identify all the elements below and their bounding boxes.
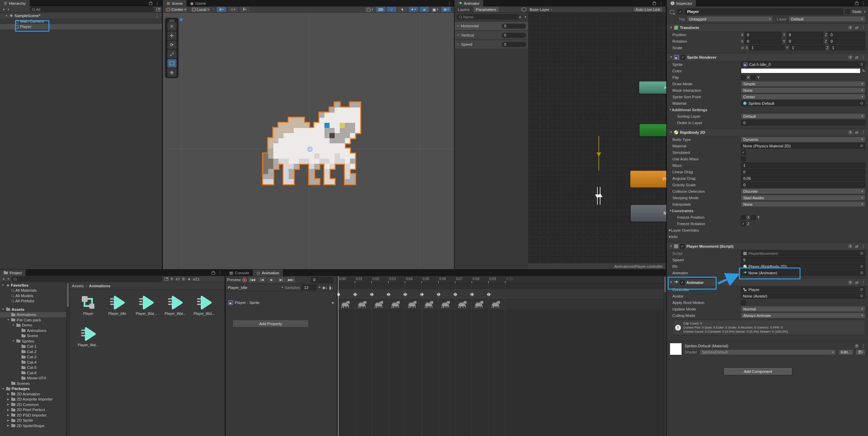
project-tree-row[interactable]: All Materials	[0, 288, 69, 293]
presets-icon[interactable]: ⇄	[855, 280, 858, 285]
rect-tool[interactable]	[167, 59, 177, 68]
gameobject-name-field[interactable]: Player	[685, 9, 843, 15]
object-picker-icon[interactable]: ⊙	[860, 144, 863, 148]
presets-icon[interactable]: ⇄	[855, 130, 858, 135]
menu-icon[interactable]: ⋮	[861, 344, 865, 348]
preview-button[interactable]: Preview	[227, 278, 241, 282]
grid-visual-button[interactable]: #▾	[228, 7, 238, 12]
project-tree-row[interactable]: ▼Demo	[0, 323, 69, 328]
checkbox-x[interactable]	[741, 75, 746, 80]
object-picker-icon[interactable]: ⊙	[860, 251, 863, 256]
menu-icon[interactable]: ⋮	[861, 55, 865, 60]
dropdown[interactable]: Dynamic▾	[741, 136, 865, 142]
move-tool[interactable]: ✢	[167, 31, 177, 40]
spline-handle-dot[interactable]	[180, 18, 183, 21]
tab-game[interactable]: ◉ Game	[186, 0, 210, 6]
animator-parameter-row[interactable]: =Vertical0	[455, 31, 528, 39]
vector-field-y[interactable]: 0	[787, 32, 823, 38]
foldout-arrow-icon[interactable]: ▼	[670, 245, 672, 248]
create-dropdown-icon[interactable]: ▾	[8, 277, 9, 280]
object-field[interactable]: Player⊙	[741, 287, 865, 292]
dropdown[interactable]: None▾	[741, 87, 865, 93]
animation-timeline[interactable]: 0:000:010:020:030:040:050:060:070:080:09…	[337, 276, 664, 436]
transform-tool[interactable]: ⊕	[167, 68, 177, 77]
project-tree-row[interactable]: Cat-6	[0, 370, 69, 376]
keyframe-diamond[interactable]	[386, 292, 391, 297]
project-tree-row[interactable]: ▶2D Common	[0, 402, 69, 407]
shader-dropdown[interactable]: Sprites/Default▾	[700, 349, 836, 355]
foldout-arrow-icon[interactable]: ▶	[6, 408, 10, 411]
playhead[interactable]	[338, 276, 338, 436]
record-button[interactable]	[242, 278, 247, 282]
help-icon[interactable]: ?	[848, 26, 852, 30]
object-field[interactable]: None (Animator)⊙	[741, 270, 865, 276]
animator-parameter-row[interactable]: =Horizontal0	[455, 22, 528, 30]
project-tree-row[interactable]: Animations	[0, 328, 69, 333]
drag-handle-icon[interactable]: =	[457, 33, 459, 37]
view-hand-tool[interactable]: ✋︎	[167, 22, 177, 31]
object-picker-icon[interactable]: ⊙	[860, 294, 863, 298]
scrollbar-thumb[interactable]	[664, 277, 666, 292]
parameter-value-field[interactable]: 0	[502, 42, 526, 47]
active-checkbox[interactable]: ✓	[678, 9, 683, 14]
foldout-arrow-icon[interactable]: ▼	[1, 308, 5, 311]
tab-animator[interactable]: Animator	[455, 0, 483, 6]
goto-begin-button[interactable]: |◀◀	[248, 277, 257, 282]
static-checkbox[interactable]	[845, 9, 850, 14]
lighting-button[interactable]: 💡︎	[387, 7, 396, 12]
help-icon[interactable]: ?	[848, 55, 852, 59]
eye-icon[interactable]	[521, 8, 527, 11]
timeline-scrollbar[interactable]	[664, 276, 666, 436]
tool-handle-rotation[interactable]: Local▾	[190, 7, 211, 12]
value-field[interactable]: 0.05	[741, 175, 865, 181]
shader-edit-button[interactable]: Edit...	[838, 349, 853, 355]
value-field[interactable]: 0	[741, 182, 865, 188]
static-dropdown-icon[interactable]: ▾	[864, 10, 865, 13]
asset-clip[interactable]: Player_Wal...	[134, 295, 158, 316]
add-key-diamond-icon[interactable]: ◆₊	[322, 285, 328, 290]
vector-field-y[interactable]: 1	[790, 45, 825, 50]
project-tree-row[interactable]: ▶2D Animation	[0, 391, 69, 397]
keyframe-diamond[interactable]	[486, 292, 491, 297]
prev-frame-button[interactable]: |◀	[258, 277, 267, 282]
vector-field-y[interactable]: 0	[787, 38, 823, 44]
project-tree-row[interactable]: Cat-3	[0, 354, 69, 360]
project-tree-row[interactable]: ▶2D Pixel Perfect	[0, 407, 69, 413]
vector-field-z[interactable]: 0	[828, 38, 865, 44]
component-enabled-checkbox[interactable]: ✓	[681, 55, 685, 60]
filter-by-type-icon[interactable]: ⚱	[170, 277, 174, 281]
project-tree-row[interactable]: Scene	[0, 333, 69, 339]
clip-dropdown-icon[interactable]: ▾	[282, 286, 283, 289]
component-header[interactable]: ▼✓Sprite Renderer?⇄⋮	[667, 54, 868, 61]
menu-icon[interactable]: ⋮	[861, 280, 865, 285]
overlay-drag-handle[interactable]	[169, 20, 174, 20]
value-field[interactable]: 1	[741, 162, 865, 168]
foldout-arrow-icon[interactable]: ▼	[669, 209, 672, 212]
help-icon[interactable]: ?	[848, 130, 852, 134]
object-picker-icon[interactable]: ⊙	[860, 62, 863, 67]
help-icon[interactable]: ?	[848, 280, 852, 285]
component-header[interactable]: ▼✓Animator?⇄⋮	[667, 279, 868, 286]
grid-snap-button[interactable]: #▾	[217, 7, 226, 12]
eyedropper-icon[interactable]: ✎	[862, 69, 865, 73]
snap-increment-button[interactable]: ⫴▾	[240, 7, 249, 12]
parameter-search[interactable]: Name	[457, 14, 520, 19]
component-enabled-checkbox[interactable]: ✓	[680, 244, 685, 249]
hierarchy-row[interactable]: ▢Player	[0, 24, 162, 29]
project-tree-scrollbar[interactable]	[66, 282, 70, 436]
asset-clip[interactable]: Player_Wal...	[76, 326, 101, 347]
keyframe-diamond[interactable]	[420, 292, 424, 297]
vector-field-z[interactable]: 1	[830, 45, 865, 50]
menu-icon[interactable]: ⋮	[155, 1, 159, 6]
audio-mute-button[interactable]: 🔇︎	[398, 7, 407, 12]
keyframe-diamond[interactable]	[470, 292, 474, 297]
component-enabled-checkbox[interactable]: ✓	[680, 280, 685, 285]
foldout-arrow-icon[interactable]: ▼	[12, 324, 15, 327]
animated-property-row[interactable]: Player : Sprite ◆	[226, 299, 337, 306]
animator-parameter-row[interactable]: =Speed0	[455, 40, 528, 48]
value-field[interactable]: 0	[741, 169, 865, 175]
project-tree-row[interactable]: Cat-5	[0, 365, 69, 370]
presets-icon[interactable]: ⇄	[855, 244, 858, 249]
menu-icon[interactable]: ⋮	[447, 1, 452, 6]
asset-controller[interactable]: Player	[76, 295, 101, 316]
